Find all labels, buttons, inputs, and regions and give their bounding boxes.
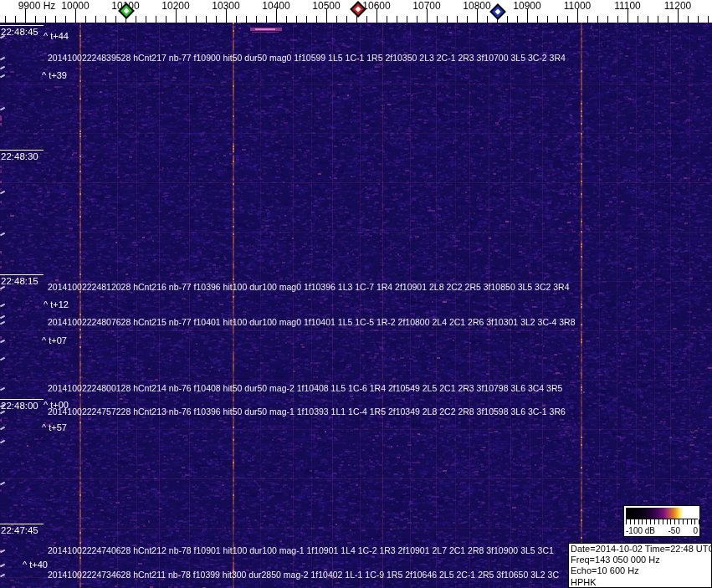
ruler-frequency-label: 9900 Hz (18, 0, 56, 12)
ruler-tick (617, 16, 618, 23)
ruler-tick (5, 16, 6, 23)
ruler-tick (537, 16, 538, 23)
ruler-tick (105, 16, 106, 23)
time-axis-label: 22:48:15 (1, 276, 38, 286)
ruler-tick (607, 16, 608, 23)
five-second-tick (0, 107, 5, 111)
ruler-frequency-label: 10400 (262, 0, 289, 12)
ruler-tick (256, 16, 257, 23)
ruler-tick (387, 16, 387, 23)
ruler-tick (115, 16, 116, 23)
db-scale-tick (626, 519, 627, 524)
db-scale-min-label: -100 dB (626, 526, 655, 536)
ruler-tick (587, 16, 588, 23)
info-date-time: Date=2014-10-02 Time=22:48 UTC (571, 544, 709, 555)
ruler-tick (45, 16, 46, 23)
info-echo-frequency: Echo=10 600 Hz (571, 565, 709, 576)
ruler-tick (166, 16, 166, 23)
annotation-overlay: 22:48:4522:48:3022:48:1522:48:0022:47:45… (0, 0, 712, 588)
red-marker-icon[interactable] (350, 1, 366, 21)
db-scale-tick (699, 519, 699, 524)
ruler-tick (567, 16, 568, 23)
ruler-tick (136, 16, 136, 23)
ruler-frequency-label: 10200 (161, 0, 189, 12)
ruler-tick (146, 16, 146, 23)
ruler-tick (437, 16, 438, 23)
ruler-tick (296, 16, 297, 23)
ruler-tick (457, 16, 458, 23)
time-grid-line (0, 150, 44, 151)
event-time-marker: ^ t+00 (44, 400, 69, 410)
db-scale-tick (642, 519, 643, 524)
db-scale-tick (694, 519, 695, 524)
ruler-tick (688, 16, 689, 23)
ruler-tick (658, 16, 658, 23)
ruler-tick (708, 16, 709, 23)
ruler-tick (648, 16, 648, 23)
five-second-tick (0, 315, 5, 320)
ruler-tick (447, 16, 448, 23)
ruler-tick (698, 16, 699, 23)
detection-log-line: 20141002224800128 hCnt214 nb-76 f10408 h… (48, 383, 562, 393)
ruler-tick (186, 16, 187, 23)
event-time-marker: ^ t+12 (44, 299, 69, 309)
db-scale-tick (667, 519, 668, 524)
detection-log-line: 20141002224757228 hCnt213 nb-76 f10396 h… (48, 406, 566, 417)
ruler-tick (638, 16, 638, 23)
five-second-tick (0, 482, 5, 486)
ruler-frequency-label: 10500 (312, 0, 340, 12)
ruler-tick (266, 16, 267, 23)
ruler-tick (196, 16, 197, 23)
detection-log-line: 20141002224734628 hCnt211 nb-78 f10399 h… (48, 570, 559, 580)
db-scale-tick (674, 519, 675, 524)
green-marker-icon[interactable] (118, 3, 135, 23)
time-grid-line (0, 399, 44, 400)
ruler-tick (246, 16, 247, 23)
ruler-tick (467, 16, 468, 23)
event-time-marker: ^ t+07 (42, 335, 67, 345)
ruler-tick (206, 16, 207, 23)
ruler-tick (95, 16, 96, 23)
ruler-frequency-label: 11200 (664, 0, 691, 12)
blue-marker-icon[interactable] (489, 3, 506, 23)
row-edge-mark (0, 411, 5, 415)
ruler-frequency-label: 10700 (412, 0, 440, 12)
event-time-marker: ^ t+44 (44, 31, 69, 41)
info-station-code: HPHK (571, 577, 709, 588)
ruler-tick (306, 16, 307, 23)
detection-log-line: 20141002224812028 hCnt216 nb-77 f10396 h… (48, 282, 570, 292)
detection-log-line: 20141002224740628 hCnt212 nb-78 f10901 h… (48, 545, 554, 555)
row-edge-mark (0, 387, 5, 391)
event-time-marker: ^ t+40 (23, 560, 48, 570)
frequency-ruler: 9900 Hz100001010010200103001040010500106… (0, 0, 712, 23)
ruler-tick (65, 16, 66, 23)
db-scale-tick (683, 519, 684, 524)
ruler-frequency-label: 10600 (362, 0, 390, 12)
ruler-tick (286, 16, 287, 23)
time-grid-line (0, 25, 44, 26)
ruler-tick (316, 16, 317, 23)
event-time-marker: ^ t+57 (42, 422, 67, 432)
row-edge-mark (0, 340, 5, 344)
ruler-frequency-label: 10000 (61, 0, 89, 12)
ruler-tick (597, 16, 598, 23)
ruler-frequency-label: 11000 (564, 0, 591, 12)
ruler-frequency-label: 10900 (513, 0, 540, 12)
db-scale-tick (691, 519, 692, 524)
five-second-tick (0, 357, 5, 361)
ruler-tick (517, 16, 518, 23)
time-grid-line (0, 274, 44, 275)
detection-log-line: 20141002224807628 hCnt215 nb-77 f10401 h… (48, 317, 576, 327)
db-scale-tick (670, 519, 671, 524)
time-axis-label: 22:48:30 (1, 151, 38, 161)
row-edge-mark (0, 574, 5, 578)
ruler-tick (35, 16, 36, 23)
ruler-tick (15, 16, 16, 23)
ruler-tick (407, 16, 407, 23)
row-edge-mark (0, 57, 5, 61)
time-grid-line (0, 524, 44, 524)
row-edge-mark (0, 427, 5, 431)
ruler-tick (557, 16, 558, 23)
ruler-tick (336, 16, 337, 23)
db-scale-tick (654, 519, 655, 524)
